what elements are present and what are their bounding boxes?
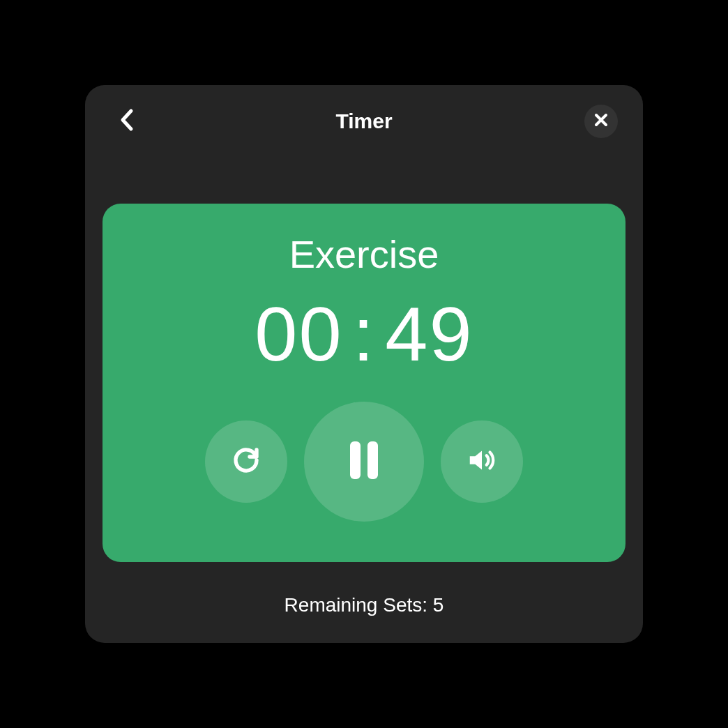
sound-button[interactable] [441, 420, 523, 503]
phase-label: Exercise [289, 232, 439, 277]
chevron-left-icon [119, 108, 135, 135]
controls-row [205, 402, 523, 522]
time-minutes: 00 [255, 289, 342, 378]
pause-icon [344, 437, 384, 486]
timer-panel: Timer Exercise 00 : 49 [85, 85, 643, 643]
svg-rect-1 [367, 441, 378, 479]
remaining-sets-label: Remaining Sets: 5 [285, 594, 444, 616]
back-button[interactable] [110, 105, 144, 138]
volume-icon [466, 444, 498, 479]
time-seconds: 49 [385, 289, 473, 378]
close-button[interactable] [584, 105, 618, 138]
reset-button[interactable] [205, 420, 287, 503]
page-title: Timer [144, 109, 584, 133]
header: Timer [110, 102, 618, 141]
timer-card: Exercise 00 : 49 [103, 204, 625, 562]
time-separator: : [353, 289, 376, 378]
time-display: 00 : 49 [255, 289, 473, 378]
close-icon [594, 113, 608, 130]
content-area: Exercise 00 : 49 [110, 141, 618, 618]
svg-rect-0 [350, 441, 361, 479]
reset-icon [232, 446, 260, 477]
pause-button[interactable] [304, 402, 424, 522]
